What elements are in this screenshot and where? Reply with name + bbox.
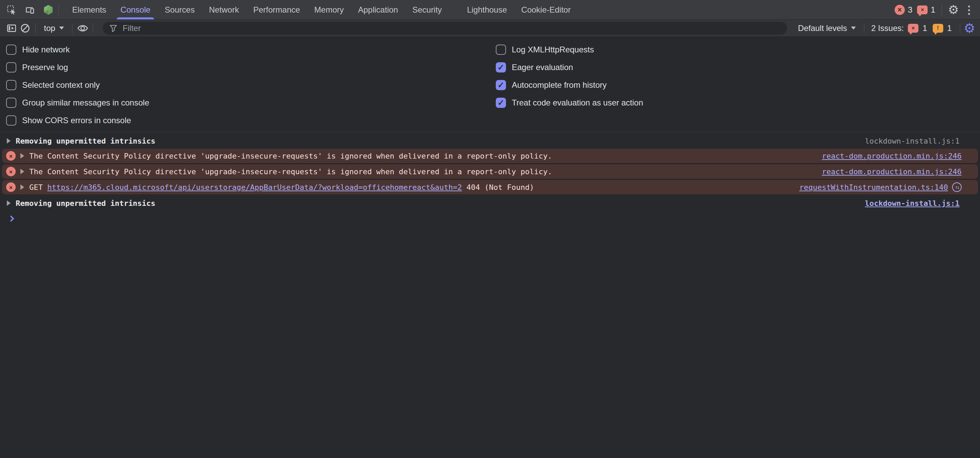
console-sidebar-icon[interactable] [5, 21, 18, 35]
tab-memory[interactable]: Memory [307, 0, 351, 19]
setting-eager-evaluation[interactable]: Eager evaluation [496, 59, 643, 76]
execution-context-selector[interactable]: top [39, 24, 69, 33]
setting-label: Autocomplete from history [512, 80, 607, 90]
tab-bar-right-controls: 3 1 [894, 0, 980, 19]
tab-security[interactable]: Security [405, 0, 449, 19]
source-location-link[interactable]: react-dom.production.min.js:246 [822, 152, 962, 160]
log-message-text: Removing unpermitted intrinsics [16, 137, 156, 145]
checkbox[interactable] [496, 62, 506, 73]
divider [35, 23, 36, 33]
inspect-element-icon[interactable] [5, 3, 18, 17]
divider [59, 4, 59, 15]
divider [960, 23, 960, 33]
setting-hide-network[interactable]: Hide network [6, 41, 496, 59]
device-toolbar-icon[interactable] [23, 3, 37, 17]
source-location-link[interactable]: react-dom.production.min.js:246 [822, 167, 962, 176]
console-settings-gear-icon[interactable] [964, 22, 975, 35]
expand-triangle-icon[interactable] [21, 169, 24, 174]
setting-group-similar[interactable]: Group similar messages in console [6, 94, 496, 111]
setting-autocomplete-history[interactable]: Autocomplete from history [496, 76, 643, 94]
issues-warning-count: 1 [947, 24, 952, 33]
console-log-row[interactable]: Removing unpermitted intrinsics lockdown… [0, 134, 980, 148]
issues-count-badge[interactable]: 1 [917, 5, 935, 14]
chevron-down-icon [851, 27, 856, 30]
network-error-text: GET https://m365.cloud.microsoft/api/use… [29, 183, 534, 192]
clear-console-icon[interactable] [18, 21, 32, 35]
source-location[interactable]: lockdown-install.js:1 [865, 137, 959, 145]
request-method: GET [29, 183, 43, 192]
tab-lighthouse[interactable]: Lighthouse [460, 0, 514, 19]
error-message-text: The Content Security Policy directive 'u… [29, 167, 552, 176]
checkbox[interactable] [496, 45, 506, 55]
tab-sources[interactable]: Sources [158, 0, 202, 19]
tab-network[interactable]: Network [202, 0, 246, 19]
error-circle-icon [894, 5, 905, 15]
error-circle-icon [6, 151, 16, 161]
expand-triangle-icon[interactable] [7, 200, 11, 206]
divider [93, 23, 93, 33]
setting-label: Treat code evaluation as user action [512, 98, 643, 108]
checkbox[interactable] [496, 98, 506, 108]
checkbox[interactable] [6, 98, 16, 108]
checkbox[interactable] [496, 80, 506, 90]
nodejs-extension-icon[interactable] [41, 3, 55, 17]
console-error-count[interactable]: 3 [894, 5, 912, 15]
tab-cookie-editor[interactable]: Cookie-Editor [514, 0, 578, 19]
expand-triangle-icon[interactable] [21, 184, 24, 190]
setting-treat-eval-user-action[interactable]: Treat code evaluation as user action [496, 94, 643, 111]
console-error-row[interactable]: The Content Security Policy directive 'u… [2, 149, 978, 163]
setting-label: Preserve log [22, 63, 68, 72]
console-messages-area: Removing unpermitted intrinsics lockdown… [0, 132, 980, 458]
request-initiator-chain-icon[interactable] [952, 182, 962, 192]
filter-funnel-icon [109, 24, 118, 33]
expand-triangle-icon[interactable] [7, 138, 11, 143]
tab-elements[interactable]: Elements [65, 0, 113, 19]
error-count-label: 3 [908, 5, 912, 14]
issue-bubble-icon [917, 5, 928, 14]
setting-label: Show CORS errors in console [22, 116, 131, 125]
expand-triangle-icon[interactable] [21, 153, 24, 159]
setting-preserve-log[interactable]: Preserve log [6, 59, 496, 76]
issues-error-count: 1 [923, 24, 927, 33]
tab-performance[interactable]: Performance [246, 0, 307, 19]
filter-input[interactable] [123, 24, 781, 33]
source-location-link[interactable]: requestWithInstrumentation.ts:140 [799, 183, 948, 192]
console-log-row[interactable]: Removing unpermitted intrinsics lockdown… [0, 196, 980, 211]
console-network-error-row[interactable]: GET https://m365.cloud.microsoft/api/use… [2, 180, 978, 194]
checkbox[interactable] [6, 115, 16, 126]
setting-label: Group similar messages in console [22, 98, 150, 108]
settings-right-column: Log XMLHttpRequests Eager evaluation Aut… [496, 41, 643, 129]
setting-label: Eager evaluation [512, 63, 573, 72]
levels-label: Default levels [798, 24, 847, 33]
console-error-row[interactable]: The Content Security Policy directive 'u… [2, 164, 978, 179]
issues-summary[interactable]: 2 Issues: 1 1 [868, 24, 956, 33]
divider [942, 4, 942, 16]
tab-console[interactable]: Console [113, 0, 158, 19]
checkbox[interactable] [6, 45, 16, 55]
settings-gear-icon[interactable] [948, 4, 959, 16]
devtools-window: Elements Console Sources Network Perform… [0, 0, 980, 458]
console-prompt[interactable] [0, 211, 980, 226]
request-url-link[interactable]: https://m365.cloud.microsoft/api/usersto… [47, 183, 462, 192]
console-settings-panel: Hide network Preserve log Selected conte… [0, 37, 980, 132]
filter-field[interactable] [103, 22, 787, 35]
error-circle-icon [6, 167, 16, 176]
issues-label: 2 Issues: [871, 24, 904, 33]
setting-label: Hide network [22, 45, 70, 54]
log-levels-selector[interactable]: Default levels [793, 24, 861, 33]
more-options-kebab-icon[interactable] [964, 3, 975, 16]
checkbox[interactable] [6, 80, 16, 90]
source-location-link[interactable]: lockdown-install.js:1 [865, 199, 959, 208]
issue-count-label: 1 [931, 5, 935, 14]
devtools-tab-bar: Elements Console Sources Network Perform… [0, 0, 980, 20]
tab-application[interactable]: Application [351, 0, 405, 19]
setting-log-xmlhttprequests[interactable]: Log XMLHttpRequests [496, 41, 643, 59]
live-expression-eye-icon[interactable] [76, 21, 89, 35]
tab-bar-icons [0, 0, 55, 19]
checkbox[interactable] [6, 62, 16, 73]
divider [72, 23, 73, 33]
setting-show-cors-errors[interactable]: Show CORS errors in console [6, 111, 496, 129]
setting-selected-context-only[interactable]: Selected context only [6, 76, 496, 94]
divider [864, 23, 864, 33]
setting-label: Log XMLHttpRequests [512, 45, 594, 54]
